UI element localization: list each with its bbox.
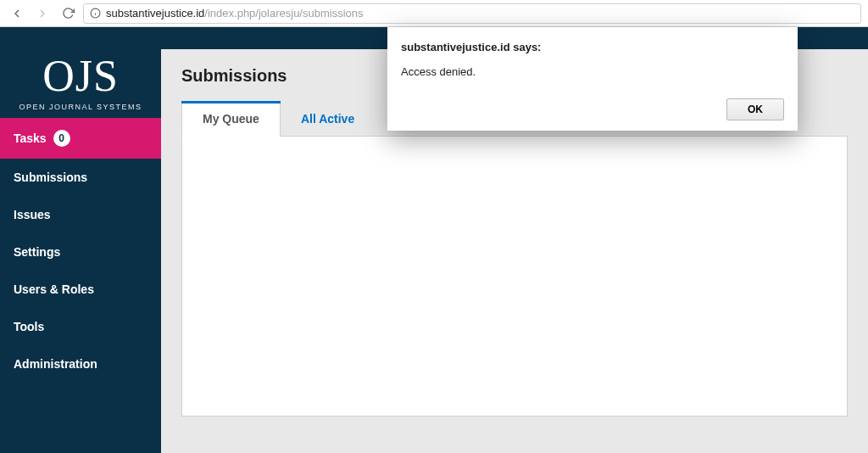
sidebar-item-submissions[interactable]: Submissions bbox=[0, 159, 161, 196]
sidebar-item-issues[interactable]: Issues bbox=[0, 196, 161, 233]
tab-label: All Active bbox=[301, 112, 354, 126]
tab-my-queue[interactable]: My Queue bbox=[181, 101, 281, 137]
sidebar-item-label: Settings bbox=[14, 245, 60, 259]
dialog-title: substantivejustice.id says: bbox=[401, 41, 784, 53]
sidebar-item-label: Users & Roles bbox=[14, 282, 94, 296]
brand-logo: OJS OPEN JOURNAL SYSTEMS bbox=[0, 27, 161, 118]
sidebar-item-label: Submissions bbox=[14, 171, 87, 184]
alert-dialog: substantivejustice.id says: Access denie… bbox=[387, 27, 798, 131]
sidebar-item-label: Administration bbox=[14, 357, 97, 371]
sidebar-item-settings[interactable]: Settings bbox=[0, 233, 161, 271]
tasks-count-badge: 0 bbox=[53, 130, 70, 147]
tab-content bbox=[181, 137, 848, 417]
sidebar-item-label: Tools bbox=[14, 320, 44, 333]
sidebar-item-label: Issues bbox=[14, 208, 51, 221]
logo-tagline: OPEN JOURNAL SYSTEMS bbox=[8, 103, 153, 111]
sidebar-item-users-roles[interactable]: Users & Roles bbox=[0, 271, 161, 308]
url-path: /index.php/jolaresju/submissions bbox=[204, 7, 363, 20]
sidebar-item-tools[interactable]: Tools bbox=[0, 308, 161, 345]
dialog-message: Access denied. bbox=[401, 65, 784, 78]
dialog-ok-button[interactable]: OK bbox=[726, 98, 784, 120]
tab-all-active[interactable]: All Active bbox=[281, 102, 375, 136]
logo-text: OJS bbox=[8, 51, 153, 101]
sidebar-item-label: Tasks bbox=[14, 131, 47, 145]
dialog-actions: OK bbox=[401, 98, 784, 120]
url-host: substantivejustice.id bbox=[106, 7, 204, 20]
reload-button[interactable] bbox=[58, 3, 78, 24]
sidebar: OJS OPEN JOURNAL SYSTEMS Tasks 0 Submiss… bbox=[0, 27, 161, 453]
sidebar-item-administration[interactable]: Administration bbox=[0, 345, 161, 383]
browser-toolbar: substantivejustice.id/index.php/jolaresj… bbox=[0, 0, 868, 27]
forward-button[interactable] bbox=[32, 3, 53, 24]
address-bar[interactable]: substantivejustice.id/index.php/jolaresj… bbox=[83, 3, 861, 24]
sidebar-item-tasks[interactable]: Tasks 0 bbox=[0, 118, 161, 159]
back-button[interactable] bbox=[7, 3, 27, 24]
site-info-icon[interactable] bbox=[89, 8, 101, 20]
tab-label: My Queue bbox=[203, 112, 259, 126]
